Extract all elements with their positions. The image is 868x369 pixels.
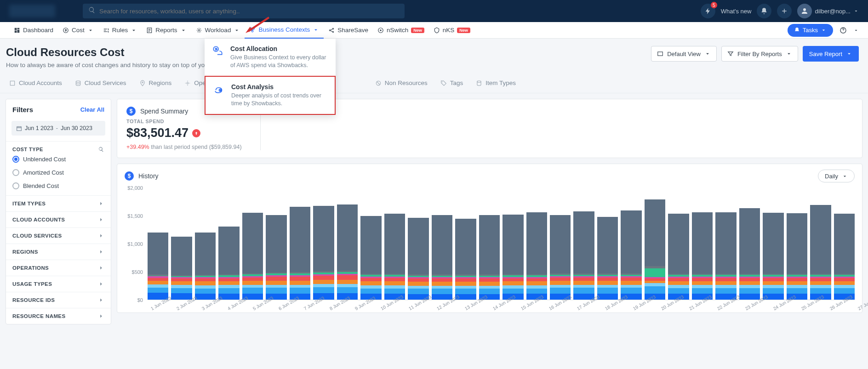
new-badge: New <box>457 28 470 33</box>
nav-bar: Dashboard Cost Rules Reports Workload Bu… <box>0 22 868 39</box>
filter-accordion[interactable]: RESOURCE NAMES <box>6 308 111 324</box>
bar[interactable] <box>360 216 381 300</box>
bar[interactable] <box>242 213 263 300</box>
filter-accordion[interactable]: CLOUD SERVICES <box>6 227 111 244</box>
nav-sharesave[interactable]: ShareSave <box>324 22 373 39</box>
bar[interactable] <box>171 237 192 300</box>
app-logo[interactable] <box>9 5 55 17</box>
radio-amortized[interactable]: Amortized Cost <box>12 166 104 179</box>
svg-point-6 <box>330 29 331 30</box>
whats-new-button[interactable]: 5 <box>701 4 715 18</box>
bar[interactable] <box>834 214 855 300</box>
dropdown-cost-allocation[interactable]: Cost AllocationGive Business Context to … <box>205 39 336 76</box>
spend-change-pct: +39.49% <box>126 144 149 150</box>
granularity-button[interactable]: Daily <box>818 170 855 182</box>
filters-sidebar: Filters Clear All Jun 1 2023 - Jun 30 20… <box>6 99 111 324</box>
tab-cloud-services[interactable]: Cloud Services <box>75 79 126 86</box>
trend-up-icon <box>192 129 200 137</box>
bar[interactable] <box>645 199 665 300</box>
bar[interactable] <box>621 210 641 300</box>
nav-business-contexts[interactable]: Business Contexts <box>245 22 324 39</box>
bar[interactable] <box>337 204 358 300</box>
filter-accordion[interactable]: CLOUD ACCOUNTS <box>6 211 111 227</box>
tab-item-types[interactable]: Item Types <box>476 79 516 86</box>
filter-accordion[interactable]: ITEM TYPES <box>6 195 111 211</box>
svg-point-7 <box>333 28 334 29</box>
nav-rules[interactable]: Rules <box>98 22 142 39</box>
filter-accordion[interactable]: RESOURCE IDS <box>6 292 111 308</box>
y-tick: $1,000 <box>127 241 143 247</box>
dropdown-cost-analysis[interactable]: Cost AnalysisDeeper analysis of cost tre… <box>205 76 336 115</box>
bar[interactable] <box>739 208 760 300</box>
tab-non-resources[interactable]: Non Resources <box>375 79 428 86</box>
dropdown-item-title: Cost Analysis <box>231 83 327 91</box>
bar[interactable] <box>479 215 500 300</box>
radio-blended[interactable]: Blended Cost <box>12 179 104 193</box>
nav-nks[interactable]: nKSNew <box>429 22 475 39</box>
bar[interactable] <box>763 213 783 300</box>
topbar-right: 5 What's new dilber@nop... <box>701 4 859 18</box>
nav-reports[interactable]: Reports <box>142 22 191 39</box>
bar[interactable] <box>692 212 713 300</box>
search-small-icon[interactable] <box>98 146 104 153</box>
bar[interactable] <box>313 206 334 300</box>
filter-accordion[interactable]: REGIONS <box>6 244 111 260</box>
chevron-down-icon <box>853 8 859 14</box>
nav-cost[interactable]: Cost <box>58 22 98 39</box>
add-button[interactable] <box>777 4 792 18</box>
cost-type-label: COST TYPE <box>12 147 43 152</box>
whats-new-label[interactable]: What's new <box>721 8 752 15</box>
svg-rect-22 <box>17 126 22 131</box>
default-view-button[interactable]: Default View <box>651 46 717 62</box>
notifications-button[interactable] <box>757 4 771 18</box>
bar[interactable] <box>503 215 523 300</box>
radio-unblended[interactable]: Unblended Cost <box>12 153 104 166</box>
help-button[interactable] <box>838 25 849 36</box>
bar[interactable] <box>148 233 168 300</box>
chevron-down-icon[interactable] <box>853 28 859 33</box>
tab-regions[interactable]: Regions <box>139 79 172 86</box>
tab-tags[interactable]: Tags <box>440 79 463 86</box>
dollar-icon: $ <box>126 107 136 116</box>
bar[interactable] <box>597 217 618 300</box>
svg-point-17 <box>142 82 143 83</box>
filter-by-reports-button[interactable]: Filter By Reports <box>721 46 798 62</box>
cost-analysis-icon <box>213 83 226 96</box>
bar[interactable] <box>455 219 476 300</box>
bar[interactable] <box>787 213 807 300</box>
svg-point-5 <box>252 30 254 32</box>
filter-accordion[interactable]: OPERATIONS <box>6 260 111 276</box>
bar[interactable] <box>384 214 405 300</box>
nav-dashboard[interactable]: Dashboard <box>9 22 58 39</box>
dollar-icon: $ <box>125 171 134 181</box>
bar[interactable] <box>195 233 216 300</box>
bar[interactable] <box>715 212 736 300</box>
bar[interactable] <box>290 207 310 300</box>
bar[interactable] <box>408 218 428 300</box>
tasks-button[interactable]: Tasks <box>788 24 833 37</box>
search-icon <box>88 6 99 16</box>
bar[interactable] <box>573 211 594 300</box>
bar[interactable] <box>218 227 239 300</box>
bar[interactable] <box>810 205 831 300</box>
search-input[interactable] <box>99 8 399 15</box>
tab-cloud-accounts[interactable]: Cloud Accounts <box>9 79 62 86</box>
bar[interactable] <box>550 215 571 300</box>
y-tick: $500 <box>132 269 143 275</box>
save-report-button[interactable]: Save Report <box>803 46 859 62</box>
nav-nswitch[interactable]: nSwitchNew <box>373 22 429 39</box>
search-container[interactable] <box>83 4 405 18</box>
bar[interactable] <box>432 215 452 300</box>
filter-accordion[interactable]: USAGE TYPES <box>6 276 111 292</box>
bar[interactable] <box>668 214 689 300</box>
nav-workload[interactable]: Workload <box>191 22 245 39</box>
date-range-picker[interactable]: Jun 1 2023 - Jun 30 2023 <box>11 121 105 136</box>
bar[interactable] <box>266 215 286 300</box>
x-label: 27 Jun 2023 <box>855 290 868 311</box>
history-card: $ History Daily $0$500$1,000$1,500$2,000… <box>117 164 862 313</box>
clear-all-link[interactable]: Clear All <box>80 106 104 113</box>
bar[interactable] <box>526 212 547 300</box>
user-menu[interactable]: dilber@nop... <box>797 4 859 18</box>
dropdown-item-title: Cost Allocation <box>230 45 328 52</box>
svg-point-8 <box>333 31 334 32</box>
